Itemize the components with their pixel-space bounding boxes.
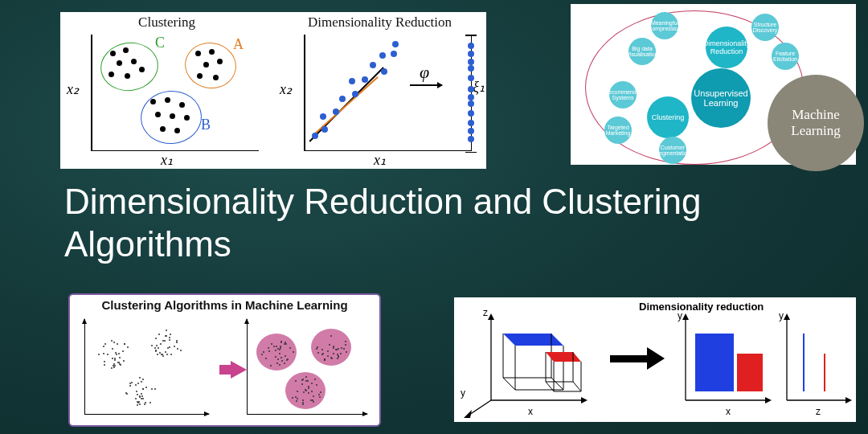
xlabel: x₁ bbox=[273, 151, 486, 169]
svg-marker-1 bbox=[488, 313, 494, 320]
arrow-icon bbox=[231, 361, 247, 379]
data-dot bbox=[217, 59, 223, 64]
data-dot bbox=[468, 110, 474, 117]
data-dot bbox=[370, 62, 376, 68]
data-dot bbox=[123, 47, 129, 53]
axis-y-label: y bbox=[461, 387, 465, 399]
data-dot bbox=[150, 99, 156, 104]
red-line-icon bbox=[824, 354, 825, 391]
svg-marker-13 bbox=[682, 313, 689, 320]
data-dot bbox=[468, 51, 474, 57]
data-dot bbox=[108, 72, 114, 77]
data-dot bbox=[312, 133, 318, 139]
data-dot bbox=[155, 112, 161, 117]
header-clustering: Clustering bbox=[60, 14, 273, 31]
axis-z-label: z bbox=[483, 307, 488, 318]
svg-marker-3 bbox=[581, 397, 588, 403]
point-cloud-icon bbox=[257, 335, 296, 369]
axis-y-icon bbox=[91, 35, 92, 151]
tick-icon bbox=[465, 152, 477, 154]
blue-line-icon bbox=[803, 334, 805, 391]
cluster-b-label: B bbox=[201, 117, 211, 133]
data-dot bbox=[321, 126, 328, 133]
data-dot bbox=[203, 62, 209, 68]
axis-y-icon bbox=[84, 319, 85, 414]
point-cloud-icon bbox=[312, 330, 350, 364]
bubble-machine-learning: Machine Learning bbox=[768, 75, 864, 171]
axis-x-label: x bbox=[528, 406, 533, 417]
subpanel-dimred: Dimensionality Reduction x₂ x₁ φ ξ₁ bbox=[273, 12, 486, 169]
data-dot bbox=[184, 115, 190, 121]
bubble-leaf: Structure Discovery bbox=[751, 14, 779, 41]
data-dot bbox=[213, 75, 219, 80]
arrow-icon bbox=[410, 84, 442, 86]
header-dimred: Dimensionality Reduction bbox=[273, 14, 486, 31]
data-dot bbox=[468, 43, 474, 49]
data-dot bbox=[174, 128, 180, 133]
arrow-shaft-icon bbox=[610, 355, 647, 362]
data-dot bbox=[362, 76, 368, 83]
svg-marker-6 bbox=[503, 334, 563, 346]
data-dot bbox=[125, 73, 130, 79]
data-dot bbox=[349, 78, 355, 84]
bubble-clustering: Clustering bbox=[647, 96, 689, 138]
point-cloud-icon bbox=[120, 374, 158, 407]
data-dot bbox=[197, 73, 203, 79]
cluster-c-outline bbox=[97, 39, 162, 94]
data-dot bbox=[179, 102, 185, 108]
bubble-leaf: Targeted Marketing bbox=[604, 117, 632, 144]
panel-dimred-3d: Dimensionality reduction z y x y x bbox=[454, 297, 856, 422]
bubble-leaf: Customer Segmentation bbox=[659, 137, 686, 164]
axis-x-label: x bbox=[726, 406, 731, 417]
bubble-unsupervised: Unsupervised Learning bbox=[691, 68, 751, 128]
ylabel: x₂ bbox=[67, 80, 79, 98]
tick-icon bbox=[465, 35, 477, 36]
data-dot bbox=[468, 120, 474, 126]
data-dot bbox=[468, 59, 474, 65]
panel-c-title: Clustering Algorithms in Machine Learnin… bbox=[70, 298, 379, 312]
cluster-c-label: C bbox=[155, 35, 165, 51]
cluster-a-label: A bbox=[233, 36, 244, 53]
data-dot bbox=[160, 126, 166, 132]
xi-label: ξ₁ bbox=[473, 78, 485, 96]
data-dot bbox=[468, 65, 474, 72]
data-dot bbox=[468, 100, 474, 107]
axis-z-label: z bbox=[816, 406, 821, 417]
axes-1d-icon bbox=[776, 305, 856, 418]
slide-title: Dimensionality Reduction and Clustering … bbox=[64, 181, 868, 266]
data-dot bbox=[339, 96, 346, 102]
data-dot bbox=[170, 113, 175, 119]
data-dot bbox=[468, 75, 474, 81]
bubble-dimred: Dimensionality Reduction bbox=[706, 27, 747, 68]
data-dot bbox=[117, 60, 122, 66]
fit-line-orange-icon bbox=[314, 76, 378, 133]
axis-y-label: y bbox=[779, 310, 784, 321]
axis-x-icon bbox=[247, 414, 367, 415]
axis-y-label: y bbox=[678, 310, 682, 321]
arrow-head-icon bbox=[647, 347, 665, 370]
svg-marker-19 bbox=[845, 397, 852, 403]
xlabel: x₁ bbox=[60, 151, 273, 169]
panel-clustering-algorithms: Clustering Algorithms in Machine Learnin… bbox=[68, 293, 381, 427]
data-dot bbox=[381, 68, 387, 75]
data-dot bbox=[468, 86, 474, 92]
data-dot bbox=[468, 94, 474, 100]
axis-y-icon bbox=[304, 35, 305, 151]
axes-3d-icon bbox=[459, 305, 592, 418]
ylabel: x₂ bbox=[280, 80, 292, 98]
data-dot bbox=[333, 108, 339, 115]
axis-x-icon bbox=[84, 414, 209, 415]
bubble-leaf: Meaningful Compression bbox=[651, 12, 678, 39]
data-dot bbox=[139, 67, 145, 72]
panel-clustering-vs-dimred: Clustering x₂ x₁ C A B D bbox=[60, 12, 486, 169]
point-cloud-icon bbox=[286, 374, 325, 407]
data-dot bbox=[209, 49, 215, 55]
data-dot bbox=[352, 91, 358, 97]
svg-marker-5 bbox=[464, 410, 472, 418]
blue-square-icon bbox=[695, 334, 734, 391]
bubble-leaf: Feature Elicitation bbox=[772, 43, 799, 70]
point-cloud-icon bbox=[94, 337, 133, 371]
bubble-leaf: Recommender Systems bbox=[609, 81, 637, 108]
data-dot bbox=[195, 51, 201, 56]
subpanel-clustering: Clustering x₂ x₁ C A B bbox=[60, 12, 273, 169]
